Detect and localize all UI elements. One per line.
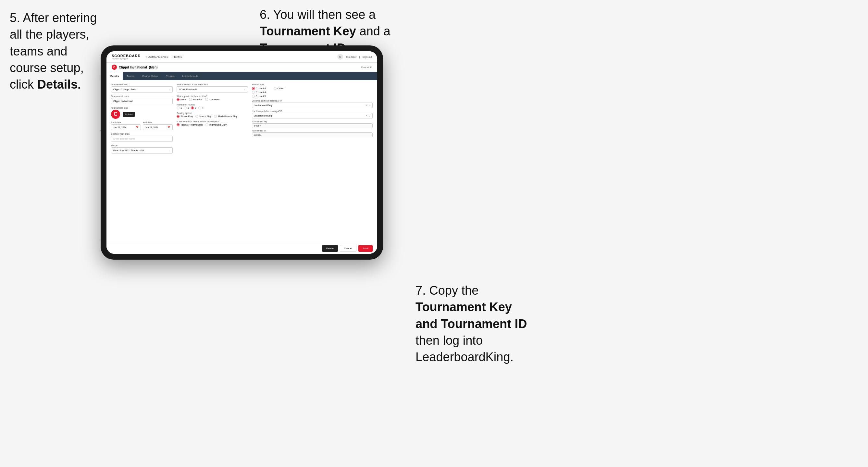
teams-plus-individuals[interactable]: Teams (+Individuals) [177,123,203,126]
delete-button[interactable]: Delete [322,245,338,252]
api1-clear-btn[interactable]: ✕ ⌄ [366,104,371,107]
end-date-input[interactable]: Jan 23, 2024 📅 [143,124,173,130]
gender-combined[interactable]: Combined [205,98,220,101]
teams-label: Is this event for Teams and/or Individua… [177,120,248,123]
nav-teams[interactable]: TEAMS [173,55,182,59]
format-5count4-radio[interactable] [252,87,255,90]
tablet-frame: SCOREBOARD Powered by clippd TOURNAMENTS… [101,45,383,260]
tournament-logo-group: Tournament logo C Upload [111,107,173,119]
gender-womens-radio[interactable] [189,98,192,101]
tablet-screen: SCOREBOARD Powered by clippd TOURNAMENTS… [106,51,377,254]
cancel-button[interactable]: Cancel [340,245,356,252]
teams-plus-radio[interactable] [177,123,180,126]
venue-input[interactable]: Peachtree GC - Atlanta - GA ⌄ [111,147,173,154]
tab-details[interactable]: Details [106,72,123,80]
format-6count4[interactable]: 6 count 4 [252,91,373,94]
teams-group: Is this event for Teams and/or Individua… [177,120,248,126]
rounds-radio-group: 1 2 3 4 [177,106,248,110]
start-date-label: Start date [111,121,141,124]
tournament-name-label: Tournament name [111,95,173,97]
scoring-stroke-radio[interactable] [177,115,180,118]
start-date-group: Start date Jan 21, 2024 📅 [111,121,141,130]
sponsor-input[interactable]: Enter sponsor name [111,136,173,142]
tournament-subtitle: (Men) [149,66,158,69]
tournament-header: C Clippd Invitational (Men) Cancel ✕ [106,63,377,72]
api2-clear-btn[interactable]: ✕ ⌄ [366,114,371,117]
round-4-radio[interactable] [198,106,201,110]
upload-button[interactable]: Upload [123,112,135,117]
format-5count4[interactable]: 5 count 4 [252,87,266,90]
api1-label: Use third-party live scoring API? [252,100,373,102]
tournament-name-display: Clippd Invitational [119,66,147,69]
division-label: Which division is the event for? [177,84,248,86]
api1-group: Use third-party live scoring API? Leader… [252,100,373,108]
round-2[interactable]: 2 [184,106,189,110]
gender-label: Which gender is the event for? [177,95,248,97]
round-1-radio[interactable] [177,106,180,110]
api2-input[interactable]: Leaderboard King ✕ ⌄ [252,113,373,119]
format-6count4-radio[interactable] [252,91,255,94]
round-3[interactable]: 3 [191,106,196,110]
format-other-radio[interactable] [274,87,277,90]
scoring-match-radio[interactable] [195,115,198,118]
gender-radio-group: Mens Womens Combined [177,98,248,101]
sign-out-link[interactable]: Sign out [363,56,372,58]
tournament-title: C Clippd Invitational (Men) [112,65,157,70]
sign-out-separator: | [359,56,360,58]
date-row: Start date Jan 21, 2024 📅 End date Jan 2… [111,121,173,130]
sponsor-label: Sponsor (optional) [111,133,173,135]
format-label: Format type [252,84,373,86]
tournament-name-group: Tournament name Clippd Invitational [111,95,173,104]
tabs-bar: Details Teams Course Setup Results Leade… [106,72,377,80]
scoring-medal-radio[interactable] [214,115,217,118]
gender-mens[interactable]: Mens [177,98,186,101]
content-area: Tournament Host Clippd College - Men ⌄ T… [106,80,377,243]
col-right: Format type 5 count 4 Other [252,84,373,240]
scoring-medal-match-play[interactable]: Medal Match Play [214,115,237,118]
venue-label: Venue [111,145,173,147]
individuals-only[interactable]: Individuals Only [206,123,226,126]
tab-teams[interactable]: Teams [123,72,138,80]
end-date-label: End date [143,121,173,124]
scoring-match-play[interactable]: Match Play [195,115,211,118]
dropdown-arrow: ⌄ [168,88,170,91]
tournament-id-group: Tournament ID 302051 [252,129,373,137]
format-6count5[interactable]: 6 count 5 [252,95,373,98]
division-input[interactable]: NCAA Division III ⌄ [177,86,248,93]
calendar-icon-end: 📅 [167,126,170,128]
scoring-stroke-play[interactable]: Stroke Play [177,115,193,118]
format-row-1: 5 count 4 Other [252,87,373,90]
tab-leaderboards[interactable]: Leaderboards [178,72,202,80]
api2-group: Use third-party live scoring API? Leader… [252,110,373,119]
gender-womens[interactable]: Womens [189,98,202,101]
format-other[interactable]: Other [274,87,284,90]
sponsor-group: Sponsor (optional) Enter sponsor name [111,133,173,142]
gender-combined-radio[interactable] [205,98,208,101]
individuals-only-radio[interactable] [206,123,208,126]
footer-bar: Delete Cancel Save [106,243,377,254]
user-name: Test User [346,56,357,58]
venue-group: Venue Peachtree GC - Atlanta - GA ⌄ [111,145,173,154]
nav-tournaments[interactable]: TOURNAMENTS [146,55,168,59]
tab-results[interactable]: Results [162,72,179,80]
tournament-name-input[interactable]: Clippd Invitational [111,98,173,104]
cancel-tournament-btn[interactable]: Cancel ✕ [361,66,372,69]
round-4[interactable]: 4 [198,106,204,110]
round-1[interactable]: 1 [177,106,182,110]
api1-input[interactable]: Leaderboard King ✕ ⌄ [252,102,373,108]
gender-group: Which gender is the event for? Mens Wome… [177,95,248,101]
format-options: 5 count 4 Other 6 count 4 6 count 5 [252,87,373,98]
tournament-host-input[interactable]: Clippd College - Men ⌄ [111,86,173,93]
rounds-group: Number of rounds 1 2 3 [177,103,248,110]
tab-course-setup[interactable]: Course Setup [138,72,162,80]
round-2-radio[interactable] [184,106,187,110]
logo-sub: Powered by clippd [112,58,141,60]
save-button[interactable]: Save [359,245,373,252]
gender-mens-radio[interactable] [177,98,180,101]
division-group: Which division is the event for? NCAA Di… [177,84,248,93]
tournament-host-label: Tournament Host [111,84,173,86]
start-date-input[interactable]: Jan 21, 2024 📅 [111,124,141,130]
format-6count5-radio[interactable] [252,95,255,98]
round-3-radio[interactable] [191,106,194,110]
calendar-icon: 📅 [136,126,138,128]
